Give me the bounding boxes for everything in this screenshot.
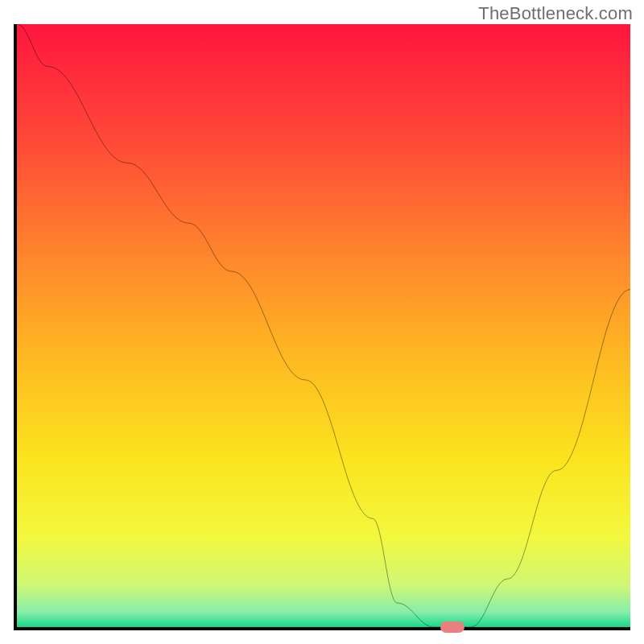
- gradient-bg: [17, 24, 630, 627]
- current-marker[interactable]: [440, 621, 464, 633]
- watermark-text: TheBottleneck.com: [478, 3, 633, 24]
- plot-area: [14, 24, 630, 630]
